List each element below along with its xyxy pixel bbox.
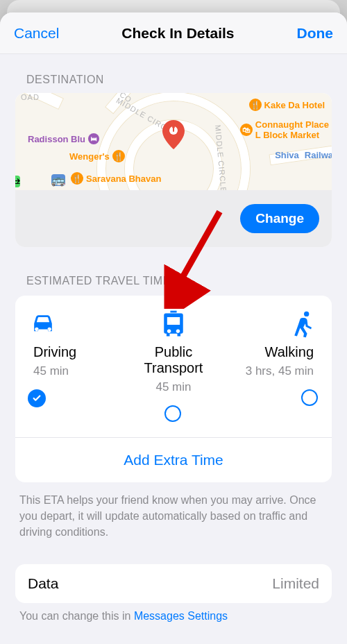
mode-public-transport[interactable]: Public Transport 45 min <box>125 310 222 423</box>
mode-public-time: 45 min <box>125 380 222 394</box>
svg-point-2 <box>172 126 175 128</box>
map-poi-wengers: Wenger's 🍴 <box>69 150 125 162</box>
page-title: Check In Details <box>121 25 234 42</box>
bus-icon: 🚌 <box>51 173 65 187</box>
destination-card: OAD CO MIDDLE CIRCLE MIDDLE CIRCLE 🍴 Kak… <box>15 93 332 247</box>
restaurant-icon: 🍴 <box>112 150 125 162</box>
restaurant-icon: 🍴 <box>71 172 83 185</box>
mode-walking-radio[interactable] <box>301 389 319 407</box>
map-poi-saravana: 🍴 Saravana Bhavan <box>71 172 161 185</box>
nav-bar: Cancel Check In Details Done <box>0 12 347 54</box>
mode-walking[interactable]: Walking 3 hrs, 45 min <box>222 310 325 423</box>
check-in-sheet: Cancel Check In Details Done DESTINATION… <box>0 12 347 644</box>
data-description: You can change this in Messages Settings <box>0 603 347 622</box>
map-poi-radisson: Radisson Blu 🛏 <box>28 133 99 144</box>
data-value: Limited <box>272 575 319 592</box>
map-poi-connaught: 🛍 Connaught PlaceL Block Market <box>240 119 329 140</box>
hotel-icon: 🛏 <box>88 133 99 144</box>
change-button[interactable]: Change <box>240 204 319 233</box>
map-pin-icon <box>162 120 185 149</box>
shopping-icon: 🛍 <box>240 124 253 136</box>
mode-driving-time: 45 min <box>28 364 125 378</box>
mode-driving-radio[interactable] <box>28 389 46 407</box>
map-road-label: OAD <box>21 93 40 101</box>
mode-walking-label: Walking <box>222 344 319 360</box>
bus-icon <box>158 310 189 340</box>
destination-header: DESTINATION <box>0 54 347 93</box>
transit-icon: ⇄ <box>15 175 20 188</box>
mode-walking-time: 3 hrs, 45 min <box>222 364 319 378</box>
checkmark-icon <box>28 389 46 407</box>
travel-card: Driving 45 min Public Transport 45 min <box>15 296 332 482</box>
map-poi-shiva: ShivaRailwa <box>275 150 332 160</box>
travel-header: ESTIMATED TRAVEL TIME <box>0 247 347 296</box>
messages-settings-link[interactable]: Messages Settings <box>134 610 228 622</box>
mode-driving-label: Driving <box>28 344 125 360</box>
eta-description: This ETA helps your friend know when you… <box>0 482 347 541</box>
mode-public-radio[interactable] <box>164 405 183 423</box>
svg-point-3 <box>304 312 309 316</box>
mode-driving[interactable]: Driving 45 min <box>22 310 125 423</box>
car-icon <box>28 310 58 340</box>
data-label: Data <box>28 575 58 592</box>
restaurant-icon: 🍴 <box>249 99 262 111</box>
cancel-button[interactable]: Cancel <box>14 25 59 42</box>
add-extra-time-button[interactable]: Add Extra Time <box>15 438 332 482</box>
done-button[interactable]: Done <box>296 25 333 42</box>
mode-public-label: Public Transport <box>125 344 222 376</box>
map-poi-kake: 🍴 Kake Da Hotel <box>249 99 325 111</box>
data-row[interactable]: Data Limited <box>15 564 332 603</box>
map-preview[interactable]: OAD CO MIDDLE CIRCLE MIDDLE CIRCLE 🍴 Kak… <box>15 93 332 190</box>
walk-icon <box>289 310 319 340</box>
